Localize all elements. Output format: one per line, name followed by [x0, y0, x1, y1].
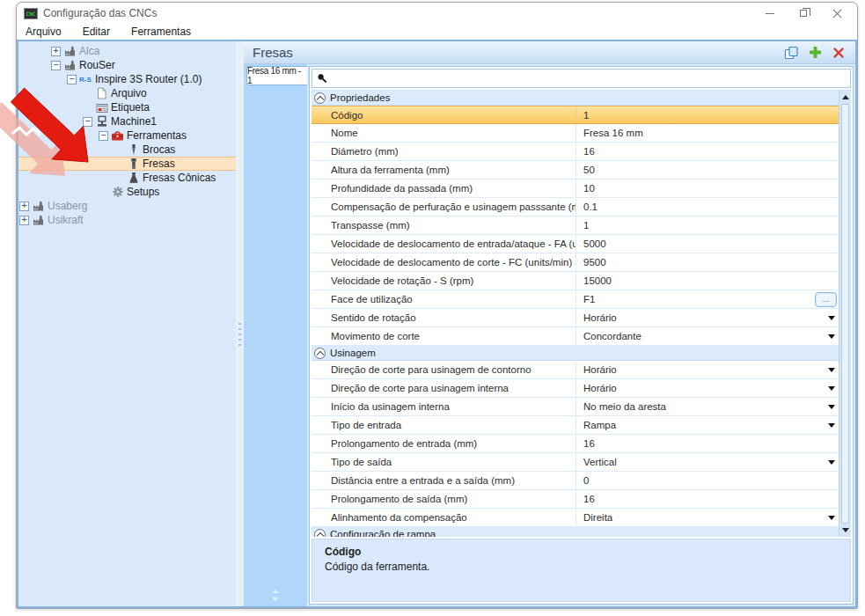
property-value-cell[interactable]: Fresa 16 mm — [575, 124, 839, 142]
tree-item-brocas[interactable]: Brocas — [18, 143, 236, 157]
ellipsis-button[interactable]: ... — [815, 292, 837, 307]
property-row-altura-da-ferramenta-mm[interactable]: Altura da ferramenta (mm)50 — [312, 161, 839, 180]
tree-item-alca[interactable]: +Alca — [18, 44, 236, 58]
property-row-nome[interactable]: NomeFresa 16 mm — [312, 124, 839, 143]
property-row-in-cio-da-usinagem-interna[interactable]: Início da usinagem internaNo meio da are… — [312, 398, 839, 416]
menu-item-ferramentas[interactable]: Ferramentas — [131, 26, 191, 38]
tab-fresa-16mm-1[interactable]: Fresa 16 mm - 1 — [246, 66, 307, 85]
collapse-minus-icon[interactable]: − — [99, 131, 108, 141]
property-value-cell[interactable]: 5000 — [575, 235, 839, 253]
property-row-c-digo[interactable]: Código1 — [312, 106, 839, 124]
property-row-movimento-de-corte[interactable]: Movimento de corteConcordante — [312, 327, 839, 346]
property-row-alinhamento-da-compensa-o[interactable]: Alinhamento da compensaçãoDireita — [312, 509, 839, 527]
property-value-cell[interactable]: 9500 — [575, 253, 839, 271]
minimize-button[interactable] — [753, 3, 787, 24]
property-row-di-metro-mm[interactable]: Diámetro (mm)16 — [312, 143, 839, 161]
collapse-minus-icon[interactable]: − — [51, 61, 61, 70]
property-row-velocidade-de-deslocamento-de-corte-fc-units-min[interactable]: Velocidade de deslocamento de corte - FC… — [312, 253, 839, 272]
property-row-dire-o-de-corte-para-usinagem-de-contorno[interactable]: Direção de corte para usinagem de contor… — [312, 361, 839, 379]
expand-plus-icon[interactable]: + — [19, 202, 29, 211]
tree-item-usikraft[interactable]: +Usikraft — [18, 213, 236, 227]
tree-item-arquivo[interactable]: Arquivo — [18, 86, 236, 100]
property-value-cell[interactable]: Horário — [575, 361, 839, 378]
title-bar[interactable]: CNC Configuração das CNCs — [17, 3, 857, 24]
property-row-profundidade-da-passada-mm[interactable]: Profundidade da passada (mm)10 — [312, 180, 839, 198]
property-value-cell[interactable]: 16 — [575, 143, 839, 160]
property-row-dist-ncia-entre-a-entrada-e-a-sa-da-mm[interactable]: Distância entre a entrada e a saída (mm)… — [312, 472, 839, 490]
delete-button[interactable] — [831, 45, 847, 60]
property-value-cell[interactable]: Horário — [575, 379, 839, 397]
collapse-chevron-icon[interactable] — [314, 92, 326, 104]
property-value-cell[interactable]: 1 — [575, 216, 839, 234]
property-value-cell[interactable]: 15000 — [575, 272, 839, 290]
section-header-configura-o-de-rampa[interactable]: Configuração de rampa — [312, 527, 839, 537]
expand-plus-icon[interactable]: + — [51, 47, 61, 56]
tree-item-fresas-c-nicas[interactable]: Fresas Cônicas — [18, 171, 236, 185]
scroll-down-button[interactable] — [839, 524, 851, 536]
copy-button[interactable] — [783, 45, 799, 60]
property-row-face-de-utiliza-o[interactable]: Face de utilizaçãoF1... — [312, 290, 839, 309]
property-row-velocidade-de-rota-o-s-rpm[interactable]: Velocidade de rotação - S (rpm)15000 — [312, 272, 839, 290]
property-row-compensa-o-de-perfura-o-e-usinagem-passsante-mm[interactable]: Compensação de perfuração e usinagem pas… — [312, 198, 839, 216]
vertical-scrollbar[interactable] — [839, 91, 851, 537]
property-value-cell[interactable]: 50 — [575, 161, 839, 179]
collapse-minus-icon[interactable]: − — [67, 75, 77, 84]
property-value-cell[interactable]: No meio da aresta — [575, 398, 839, 415]
tab-scroll-down-icon[interactable] — [272, 598, 279, 601]
property-value-cell[interactable]: 0 — [575, 472, 839, 489]
property-value-cell[interactable]: Concordante — [575, 327, 839, 345]
property-value-cell[interactable]: Direita — [575, 509, 839, 526]
property-row-sentido-de-rota-o[interactable]: Sentido de rotaçãoHorário — [312, 309, 839, 327]
property-row-tipo-de-sa-da[interactable]: Tipo de saídaVertical — [312, 453, 839, 472]
property-row-velocidade-de-deslocamento-de-entrada-ataque-fa-units-min[interactable]: Velocidade de deslocamento de entrada/at… — [312, 235, 839, 253]
tree-item-machine1[interactable]: −Machine1 — [18, 114, 236, 128]
dropdown-arrow-icon[interactable] — [828, 334, 835, 339]
section-header-propriedades[interactable]: Propriedades — [312, 91, 839, 106]
dropdown-arrow-icon[interactable] — [828, 516, 835, 520]
tab-scroll-up-icon[interactable] — [272, 590, 279, 593]
tree-item-fresas[interactable]: Fresas — [18, 157, 236, 171]
property-value-cell[interactable]: 10 — [575, 180, 839, 197]
property-row-dire-o-de-corte-para-usinagem-interna[interactable]: Direção de corte para usinagem internaHo… — [312, 379, 839, 398]
property-value-cell[interactable]: Rampa — [575, 416, 839, 434]
property-value-cell[interactable]: 0.1 — [575, 198, 839, 216]
property-row-prolongamento-de-sa-da-mm[interactable]: Prolongamento de saída (mm)16 — [312, 490, 839, 509]
tree-item-usaberg[interactable]: +Usaberg — [18, 199, 236, 213]
dropdown-arrow-icon[interactable] — [828, 386, 835, 391]
dropdown-arrow-icon[interactable] — [828, 423, 835, 428]
property-value-cell[interactable]: Vertical — [575, 453, 839, 471]
filter-bar[interactable] — [312, 69, 851, 88]
dropdown-arrow-icon[interactable] — [828, 460, 835, 465]
panel-splitter[interactable] — [236, 41, 244, 606]
scrollbar-thumb[interactable] — [841, 104, 849, 524]
property-row-transpasse-mm[interactable]: Transpasse (mm)1 — [312, 216, 839, 235]
dropdown-arrow-icon[interactable] — [828, 405, 835, 409]
menu-item-arquivo[interactable]: Arquivo — [26, 26, 62, 38]
dropdown-arrow-icon[interactable] — [828, 316, 835, 320]
property-value-cell[interactable]: 1 — [575, 106, 839, 123]
dropdown-arrow-icon[interactable] — [828, 368, 835, 372]
menu-item-editar[interactable]: Editar — [83, 26, 110, 38]
property-value-cell[interactable]: Horário — [575, 309, 839, 326]
tree-item-rouser[interactable]: −RouSer — [18, 58, 236, 72]
expand-plus-icon[interactable]: + — [19, 216, 29, 225]
scroll-up-button[interactable] — [839, 92, 851, 103]
collapse-chevron-icon[interactable] — [314, 529, 326, 538]
property-value-cell[interactable]: 16 — [575, 490, 839, 508]
restore-button[interactable] — [787, 3, 820, 24]
property-row-prolongamento-de-entrada-mm[interactable]: Prolongamento de entrada (mm)16 — [312, 435, 839, 453]
collapse-chevron-icon[interactable] — [314, 348, 326, 359]
tree-item-setups[interactable]: Setups — [18, 185, 236, 199]
collapse-minus-icon[interactable]: − — [83, 117, 92, 127]
close-button[interactable] — [820, 3, 854, 24]
property-row-tipo-de-entrada[interactable]: Tipo de entradaRampa — [312, 416, 839, 435]
filter-input[interactable] — [331, 71, 850, 85]
section-header-usinagem[interactable]: Usinagem — [312, 346, 839, 361]
tree-item-ferramentas[interactable]: −Ferramentas — [18, 128, 236, 143]
tree-item-inspire-3s-router-1-0[interactable]: −R-SInspire 3S Router (1.0) — [18, 72, 236, 86]
add-button[interactable] — [807, 45, 823, 60]
splitter-grip-icon[interactable] — [238, 323, 241, 348]
property-value-cell[interactable]: 16 — [575, 435, 839, 452]
tree-item-etiqueta[interactable]: Etiqueta — [18, 100, 236, 114]
property-value-cell[interactable]: F1... — [575, 290, 839, 308]
